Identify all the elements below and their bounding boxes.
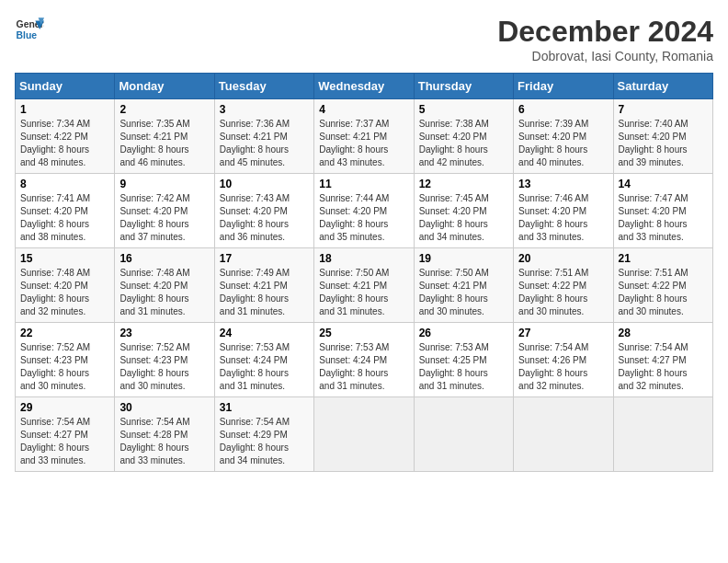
- day-info: Sunrise: 7:49 AMSunset: 4:21 PMDaylight:…: [220, 267, 309, 318]
- day-info: Sunrise: 7:34 AMSunset: 4:22 PMDaylight:…: [20, 118, 109, 169]
- day-number: 6: [518, 103, 608, 116]
- day-number: 5: [419, 103, 508, 116]
- day-info: Sunrise: 7:45 AMSunset: 4:20 PMDaylight:…: [419, 192, 508, 244]
- day-info: Sunrise: 7:48 AMSunset: 4:20 PMDaylight:…: [119, 267, 209, 318]
- calendar-cell: 25Sunrise: 7:53 AMSunset: 4:24 PMDayligh…: [314, 323, 414, 397]
- calendar-cell: 21Sunrise: 7:51 AMSunset: 4:22 PMDayligh…: [613, 248, 712, 323]
- day-info: Sunrise: 7:51 AMSunset: 4:22 PMDaylight:…: [518, 267, 608, 318]
- calendar-cell: [414, 397, 513, 472]
- calendar-cell: 30Sunrise: 7:54 AMSunset: 4:28 PMDayligh…: [115, 397, 214, 472]
- calendar-cell: 9Sunrise: 7:42 AMSunset: 4:20 PMDaylight…: [115, 174, 214, 248]
- calendar-cell: [613, 397, 712, 472]
- calendar-cell: [314, 397, 414, 472]
- day-number: 9: [119, 178, 209, 190]
- day-number: 4: [319, 103, 408, 116]
- location: Dobrovat, Iasi County, Romania: [497, 49, 713, 63]
- day-info: Sunrise: 7:53 AMSunset: 4:24 PMDaylight:…: [319, 341, 408, 393]
- week-row-2: 8Sunrise: 7:41 AMSunset: 4:20 PMDaylight…: [16, 174, 713, 248]
- calendar-cell: 18Sunrise: 7:50 AMSunset: 4:21 PMDayligh…: [314, 248, 414, 323]
- page-header: General Blue December 2024 Dobrovat, Ias…: [15, 15, 713, 63]
- week-row-4: 22Sunrise: 7:52 AMSunset: 4:23 PMDayligh…: [16, 323, 713, 397]
- week-row-3: 15Sunrise: 7:48 AMSunset: 4:20 PMDayligh…: [16, 248, 713, 323]
- day-info: Sunrise: 7:54 AMSunset: 4:26 PMDaylight:…: [518, 341, 608, 393]
- calendar-cell: 6Sunrise: 7:39 AMSunset: 4:20 PMDaylight…: [514, 99, 613, 174]
- day-number: 1: [20, 103, 109, 116]
- title-area: December 2024 Dobrovat, Iasi County, Rom…: [497, 15, 713, 63]
- day-info: Sunrise: 7:47 AMSunset: 4:20 PMDaylight:…: [619, 192, 708, 244]
- day-number: 11: [319, 178, 408, 190]
- day-info: Sunrise: 7:42 AMSunset: 4:20 PMDaylight:…: [119, 192, 209, 244]
- calendar-header-row: SundayMondayTuesdayWednesdayThursdayFrid…: [16, 74, 713, 99]
- day-info: Sunrise: 7:35 AMSunset: 4:21 PMDaylight:…: [119, 118, 209, 169]
- day-number: 8: [20, 178, 109, 190]
- day-number: 14: [619, 178, 708, 190]
- day-info: Sunrise: 7:38 AMSunset: 4:20 PMDaylight:…: [419, 118, 508, 169]
- calendar-cell: 19Sunrise: 7:50 AMSunset: 4:21 PMDayligh…: [414, 248, 513, 323]
- day-number: 30: [119, 401, 209, 414]
- calendar-cell: 1Sunrise: 7:34 AMSunset: 4:22 PMDaylight…: [16, 99, 115, 174]
- day-info: Sunrise: 7:39 AMSunset: 4:20 PMDaylight:…: [518, 118, 608, 169]
- day-number: 20: [518, 252, 608, 265]
- day-number: 19: [419, 252, 508, 265]
- calendar-cell: 23Sunrise: 7:52 AMSunset: 4:23 PMDayligh…: [115, 323, 214, 397]
- day-info: Sunrise: 7:54 AMSunset: 4:29 PMDaylight:…: [220, 416, 309, 467]
- day-number: 23: [119, 327, 209, 339]
- calendar-cell: 16Sunrise: 7:48 AMSunset: 4:20 PMDayligh…: [115, 248, 214, 323]
- calendar-cell: 14Sunrise: 7:47 AMSunset: 4:20 PMDayligh…: [613, 174, 712, 248]
- day-info: Sunrise: 7:54 AMSunset: 4:27 PMDaylight:…: [20, 416, 109, 467]
- day-number: 21: [619, 252, 708, 265]
- calendar-cell: 13Sunrise: 7:46 AMSunset: 4:20 PMDayligh…: [514, 174, 613, 248]
- day-number: 3: [220, 103, 309, 116]
- header-friday: Friday: [514, 74, 613, 99]
- day-info: Sunrise: 7:46 AMSunset: 4:20 PMDaylight:…: [518, 192, 608, 244]
- calendar-cell: 11Sunrise: 7:44 AMSunset: 4:20 PMDayligh…: [314, 174, 414, 248]
- day-info: Sunrise: 7:44 AMSunset: 4:20 PMDaylight:…: [319, 192, 408, 244]
- header-saturday: Saturday: [613, 74, 712, 99]
- header-wednesday: Wednesday: [314, 74, 414, 99]
- header-tuesday: Tuesday: [214, 74, 313, 99]
- day-number: 31: [220, 401, 309, 414]
- day-info: Sunrise: 7:54 AMSunset: 4:28 PMDaylight:…: [119, 416, 209, 467]
- day-info: Sunrise: 7:52 AMSunset: 4:23 PMDaylight:…: [20, 341, 109, 393]
- calendar-cell: 7Sunrise: 7:40 AMSunset: 4:20 PMDaylight…: [613, 99, 712, 174]
- calendar-cell: 20Sunrise: 7:51 AMSunset: 4:22 PMDayligh…: [514, 248, 613, 323]
- day-number: 15: [20, 252, 109, 265]
- logo: General Blue: [15, 15, 44, 44]
- day-info: Sunrise: 7:53 AMSunset: 4:24 PMDaylight:…: [220, 341, 309, 393]
- calendar-cell: 24Sunrise: 7:53 AMSunset: 4:24 PMDayligh…: [214, 323, 313, 397]
- day-info: Sunrise: 7:50 AMSunset: 4:21 PMDaylight:…: [419, 267, 508, 318]
- day-number: 17: [220, 252, 309, 265]
- month-title: December 2024: [497, 15, 713, 49]
- calendar-cell: 27Sunrise: 7:54 AMSunset: 4:26 PMDayligh…: [514, 323, 613, 397]
- day-info: Sunrise: 7:52 AMSunset: 4:23 PMDaylight:…: [119, 341, 209, 393]
- header-thursday: Thursday: [414, 74, 513, 99]
- calendar-cell: 2Sunrise: 7:35 AMSunset: 4:21 PMDaylight…: [115, 99, 214, 174]
- day-number: 16: [119, 252, 209, 265]
- calendar-cell: 22Sunrise: 7:52 AMSunset: 4:23 PMDayligh…: [16, 323, 115, 397]
- day-number: 18: [319, 252, 408, 265]
- calendar-table: SundayMondayTuesdayWednesdayThursdayFrid…: [15, 73, 713, 472]
- calendar-cell: [514, 397, 613, 472]
- day-number: 2: [119, 103, 209, 116]
- calendar-cell: 28Sunrise: 7:54 AMSunset: 4:27 PMDayligh…: [613, 323, 712, 397]
- day-info: Sunrise: 7:36 AMSunset: 4:21 PMDaylight:…: [220, 118, 309, 169]
- calendar-cell: 15Sunrise: 7:48 AMSunset: 4:20 PMDayligh…: [16, 248, 115, 323]
- day-number: 25: [319, 327, 408, 339]
- calendar-cell: 10Sunrise: 7:43 AMSunset: 4:20 PMDayligh…: [214, 174, 313, 248]
- day-info: Sunrise: 7:48 AMSunset: 4:20 PMDaylight:…: [20, 267, 109, 318]
- day-info: Sunrise: 7:53 AMSunset: 4:25 PMDaylight:…: [419, 341, 508, 393]
- day-info: Sunrise: 7:43 AMSunset: 4:20 PMDaylight:…: [220, 192, 309, 244]
- calendar-cell: 4Sunrise: 7:37 AMSunset: 4:21 PMDaylight…: [314, 99, 414, 174]
- calendar-cell: 29Sunrise: 7:54 AMSunset: 4:27 PMDayligh…: [16, 397, 115, 472]
- day-number: 24: [220, 327, 309, 339]
- day-number: 13: [518, 178, 608, 190]
- day-info: Sunrise: 7:40 AMSunset: 4:20 PMDaylight:…: [619, 118, 708, 169]
- calendar-cell: 12Sunrise: 7:45 AMSunset: 4:20 PMDayligh…: [414, 174, 513, 248]
- day-info: Sunrise: 7:51 AMSunset: 4:22 PMDaylight:…: [619, 267, 708, 318]
- day-number: 12: [419, 178, 508, 190]
- day-info: Sunrise: 7:41 AMSunset: 4:20 PMDaylight:…: [20, 192, 109, 244]
- day-info: Sunrise: 7:54 AMSunset: 4:27 PMDaylight:…: [619, 341, 708, 393]
- day-info: Sunrise: 7:37 AMSunset: 4:21 PMDaylight:…: [319, 118, 408, 169]
- svg-text:Blue: Blue: [17, 30, 38, 40]
- calendar-cell: 3Sunrise: 7:36 AMSunset: 4:21 PMDaylight…: [214, 99, 313, 174]
